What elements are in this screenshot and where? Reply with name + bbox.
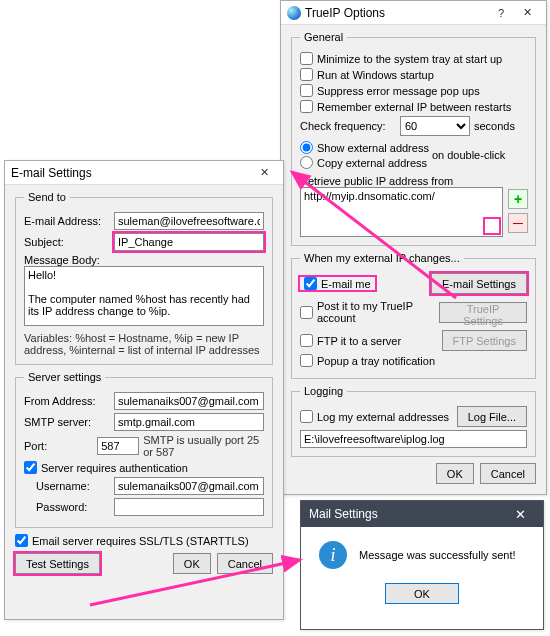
mail-dialog-message: Message was successfully sent! [359,549,516,561]
info-icon: i [319,541,347,569]
sendto-group: Send to E-mail Address: Subject: Message… [15,191,273,365]
email-settings-window: E-mail Settings ✕ Send to E-mail Address… [4,160,284,620]
smtp-label: SMTP server: [24,416,110,428]
remove-source-button[interactable]: ─ [508,213,528,233]
log-file-button[interactable]: Log File... [457,406,527,427]
server-auth-checkbox[interactable]: Server requires authentication [24,461,264,474]
from-label: From Address: [24,395,110,407]
freq-label: Check frequency: [300,120,396,132]
email-cancel-button[interactable]: Cancel [217,553,273,574]
close-button[interactable]: ✕ [514,4,540,22]
email-address-field[interactable] [114,212,264,230]
email-title: E-mail Settings [11,166,251,180]
options-ok-button[interactable]: OK [436,463,474,484]
logging-group: Logging Log my external addresses Log Fi… [291,385,536,457]
email-titlebar: E-mail Settings ✕ [5,161,283,185]
options-cancel-button[interactable]: Cancel [480,463,536,484]
freq-select[interactable]: 60 [400,116,470,136]
password-field[interactable] [114,498,264,516]
mail-dialog-close-button[interactable]: ✕ [505,504,535,524]
message-body-field[interactable] [24,266,264,326]
retrieve-label: Retrieve public IP address from [300,175,527,187]
variables-hint: Variables: %host = Hostname, %ip = new I… [24,332,264,356]
server-legend: Server settings [24,371,105,383]
minimize-tray-checkbox[interactable]: Minimize to the system tray at start up [300,52,527,65]
username-label: Username: [36,480,110,492]
server-group: Server settings From Address: SMTP serve… [15,371,273,528]
subject-label: Subject: [24,236,110,248]
ftp-settings-button[interactable]: FTP Settings [442,330,527,351]
help-button[interactable]: ? [488,4,514,22]
general-group: General Minimize to the system tray at s… [291,31,536,246]
show-external-radio[interactable]: Show external address [300,141,429,154]
general-legend: General [300,31,347,43]
trueip-settings-button[interactable]: TrueIP Settings [439,302,527,323]
copy-external-radio[interactable]: Copy external address [300,156,429,169]
ip-source-list[interactable]: http://myip.dnsomatic.com/ [300,187,503,237]
popup-tray-checkbox[interactable]: Popup a tray notification [300,354,527,367]
remember-ip-checkbox[interactable]: Remember external IP between restarts [300,100,527,113]
double-click-label: on double-click [432,149,505,161]
email-settings-button[interactable]: E-mail Settings [431,273,527,294]
logging-legend: Logging [300,385,347,397]
ip-changes-group: When my external IP changes... E-mail me… [291,252,536,379]
log-path-field[interactable] [300,430,527,448]
test-settings-button[interactable]: Test Settings [15,553,100,574]
port-field[interactable] [97,437,139,455]
mail-dialog-title: Mail Settings [309,507,505,521]
options-titlebar: TrueIP Options ? ✕ [281,1,546,25]
add-source-button[interactable]: + [508,189,528,209]
subject-field[interactable] [114,233,264,251]
port-label: Port: [24,440,93,452]
message-body-label: Message Body: [24,254,264,266]
email-close-button[interactable]: ✕ [251,164,277,182]
ftp-checkbox[interactable]: FTP it to a server [300,334,401,347]
log-addresses-checkbox[interactable]: Log my external addresses [300,410,449,423]
email-address-label: E-mail Address: [24,215,110,227]
mail-dialog-titlebar: Mail Settings ✕ [301,501,543,527]
email-me-checkbox[interactable]: E-mail me [300,277,375,290]
ip-changes-legend: When my external IP changes... [300,252,464,264]
username-field[interactable] [114,477,264,495]
suppress-errors-checkbox[interactable]: Suppress error message pop ups [300,84,527,97]
smtp-field[interactable] [114,413,264,431]
mail-settings-dialog: Mail Settings ✕ i Message was successful… [300,500,544,630]
post-trueip-checkbox[interactable]: Post it to my TrueIP account [300,300,435,324]
port-hint: SMTP is usually port 25 or 587 [143,434,264,458]
freq-unit: seconds [474,120,515,132]
mail-dialog-ok-button[interactable]: OK [385,583,459,604]
password-label: Password: [36,501,110,513]
run-windows-startup-checkbox[interactable]: Run at Windows startup [300,68,527,81]
options-title: TrueIP Options [305,6,488,20]
sendto-legend: Send to [24,191,70,203]
trueip-options-window: TrueIP Options ? ✕ General Minimize to t… [280,0,547,495]
from-field[interactable] [114,392,264,410]
globe-icon [287,6,301,20]
email-ok-button[interactable]: OK [173,553,211,574]
ssl-tls-checkbox[interactable]: Email server requires SSL/TLS (STARTTLS) [15,534,273,547]
